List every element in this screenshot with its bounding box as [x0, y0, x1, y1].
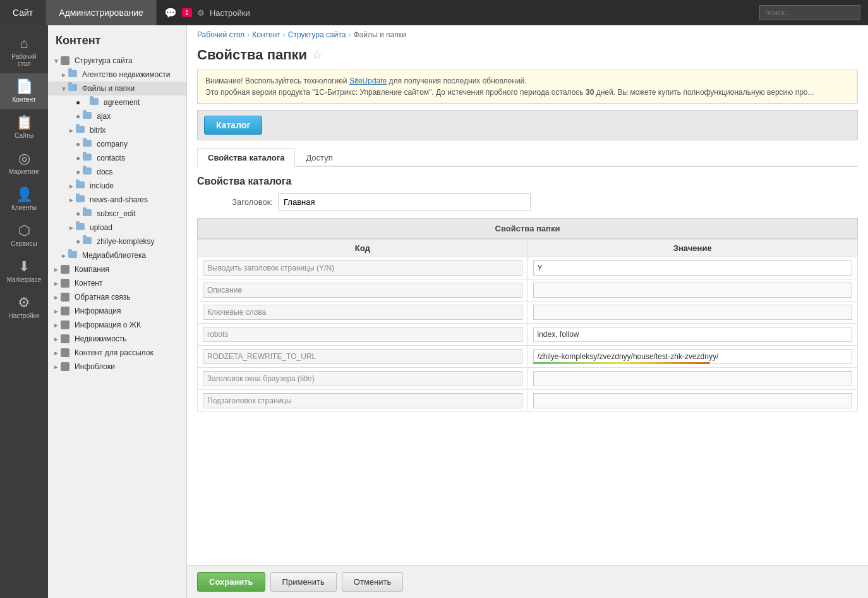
- tree-item-media[interactable]: ► Медиабиблиотека: [48, 248, 186, 262]
- tree-item-info[interactable]: ► Информация: [48, 304, 186, 318]
- prop-value-input[interactable]: [533, 305, 853, 320]
- breadcrumb-sep-2: ›: [283, 30, 286, 39]
- form-row-title: Заголовок:: [197, 193, 858, 211]
- folder-icon-company: [83, 140, 94, 149]
- tree-item-include[interactable]: ► include: [48, 179, 186, 193]
- prop-code-input[interactable]: [203, 371, 522, 386]
- tree-item-files[interactable]: ▼ Файлы и папки: [48, 82, 186, 95]
- tree-item-agreement[interactable]: ● agreement: [48, 95, 186, 109]
- sidebar-item-sites[interactable]: 📋 Сайты: [0, 109, 48, 145]
- dot-contacts: ●: [76, 154, 80, 162]
- alert-text2: для получения последних обновлений.: [387, 76, 526, 85]
- tree-label-company-root: Компания: [75, 265, 109, 274]
- prop-value-input[interactable]: [533, 393, 853, 408]
- breadcrumb-content[interactable]: Контент: [252, 30, 280, 39]
- tree-label-subscr: subscr_edit: [97, 209, 135, 218]
- tree-label-upload: upload: [90, 223, 112, 232]
- search-area[interactable]: [752, 0, 868, 25]
- tree-label-files: Файлы и папки: [82, 84, 135, 93]
- sidebar-item-marketing[interactable]: ◎ Маркетинг: [0, 145, 48, 181]
- settings-link[interactable]: Настройки: [210, 8, 250, 18]
- sidebar-item-marketplace[interactable]: ⬇ Marketplace: [0, 253, 48, 290]
- tree-toggle-content-root: ►: [53, 280, 61, 287]
- sidebar-label-content: Контент: [12, 96, 35, 103]
- title-input[interactable]: [278, 193, 531, 211]
- sidebar-item-desktop[interactable]: ⌂ Рабочийстол: [0, 30, 48, 73]
- prop-code-input[interactable]: [203, 260, 522, 276]
- tree-item-news[interactable]: ► news-and-shares: [48, 193, 186, 207]
- tree-item-content-root[interactable]: ► Контент: [48, 276, 186, 290]
- prop-code-input[interactable]: [203, 393, 522, 408]
- table-row: [198, 324, 858, 346]
- favorite-star-icon[interactable]: ☆: [312, 48, 322, 62]
- tree-item-contacts[interactable]: ● contacts: [48, 151, 186, 165]
- tree-item-upload[interactable]: ► upload: [48, 221, 186, 235]
- prop-code-input[interactable]: [203, 327, 522, 342]
- grid-icon-content: [61, 279, 72, 288]
- prop-code-input[interactable]: [203, 305, 522, 320]
- tab-properties[interactable]: Свойства каталога: [197, 148, 295, 167]
- tree-toggle-agency: ►: [61, 71, 68, 78]
- tree-item-company-root[interactable]: ► Компания: [48, 262, 186, 276]
- sidebar-item-services[interactable]: ⬡ Сервисы: [0, 217, 48, 253]
- sidebar-item-content[interactable]: 📄 Контент: [0, 73, 48, 109]
- tree-item-company[interactable]: ● company: [48, 137, 186, 151]
- prop-value-input[interactable]: [533, 283, 853, 298]
- tree-label-content-root: Контент: [75, 279, 102, 288]
- tree-label-docs: docs: [97, 168, 112, 176]
- tree-item-zhilye[interactable]: ● zhilye-kompleksy: [48, 235, 186, 248]
- tree-item-bitrix[interactable]: ► bitrix: [48, 123, 186, 137]
- tree-label-infoblocks: Инфоблоки: [75, 362, 115, 371]
- tree-item-feedback[interactable]: ► Обратная связь: [48, 290, 186, 304]
- breadcrumb-desktop[interactable]: Рабочий стол: [197, 30, 244, 39]
- folder-icon-media: [68, 251, 80, 260]
- sidebar-item-settings[interactable]: ⚙ Настройки: [0, 290, 48, 326]
- page-icon-agreement: ●: [76, 98, 87, 107]
- prop-value-input[interactable]: [533, 260, 853, 276]
- tree-item-agency[interactable]: ► Агентство недвижимости: [48, 68, 186, 82]
- tree-item-newsletter[interactable]: ► Контент для рассылок: [48, 346, 186, 360]
- props-table: Код Значение: [197, 239, 858, 412]
- save-button[interactable]: Сохранить: [197, 572, 265, 592]
- tree-item-structure[interactable]: ▼ Структура сайта: [48, 54, 186, 68]
- breadcrumb: Рабочий стол › Контент › Структура сайта…: [187, 25, 868, 44]
- folder-icon-ajax: [83, 112, 94, 121]
- folder-icon-news: [76, 195, 87, 204]
- folder-icon-files: [68, 84, 80, 93]
- tree-item-info-zhk[interactable]: ► Информация о ЖК: [48, 318, 186, 332]
- folder-icon-zhilye: [83, 237, 94, 246]
- folder-icon-subscr: [83, 209, 94, 218]
- tree-label-media: Медиабиблиотека: [82, 251, 146, 260]
- dot-company: ●: [76, 140, 80, 149]
- tree-label-include: include: [90, 181, 114, 190]
- prop-code-input[interactable]: [203, 283, 522, 298]
- prop-code-input[interactable]: [203, 349, 522, 364]
- tree-item-ajax[interactable]: ● ajax: [48, 109, 186, 123]
- tab-site[interactable]: Сайт: [0, 0, 46, 25]
- dot-ajax: ●: [76, 112, 80, 121]
- tab-admin[interactable]: Администрирование: [46, 0, 157, 25]
- search-input[interactable]: [759, 5, 860, 20]
- tree-label-feedback: Обратная связь: [75, 293, 130, 302]
- services-icon: ⬡: [18, 224, 30, 238]
- prop-value-input[interactable]: [533, 327, 853, 342]
- dot-subscr: ●: [76, 209, 80, 218]
- prop-value-input[interactable]: [533, 371, 853, 386]
- tab-access[interactable]: Доступ: [295, 148, 343, 167]
- catalog-button[interactable]: Каталог: [204, 116, 262, 135]
- sidebar: ⌂ Рабочийстол 📄 Контент 📋 Сайты ◎ Маркет…: [0, 25, 48, 598]
- tree-item-docs[interactable]: ● docs: [48, 165, 186, 179]
- cancel-button[interactable]: Отменить: [342, 572, 403, 592]
- tree-label-realty: Недвижимость: [75, 334, 127, 343]
- sidebar-item-clients[interactable]: 👤 Клиенты: [0, 181, 48, 217]
- tree-item-infoblocks[interactable]: ► Инфоблоки: [48, 360, 186, 374]
- tree-item-realty[interactable]: ► Недвижимость: [48, 332, 186, 346]
- breadcrumb-structure[interactable]: Структура сайта: [288, 30, 346, 39]
- tree-toggle-info: ►: [53, 308, 61, 315]
- alert-siteupdate-link[interactable]: SiteUpdate: [349, 76, 387, 85]
- tree-item-subscr[interactable]: ● subscr_edit: [48, 207, 186, 221]
- notifications-area[interactable]: 💬 1 ⚙ Настройки: [157, 0, 258, 25]
- apply-button[interactable]: Применить: [270, 572, 337, 592]
- home-icon: ⌂: [20, 37, 28, 51]
- tree-toggle-include: ►: [68, 183, 76, 190]
